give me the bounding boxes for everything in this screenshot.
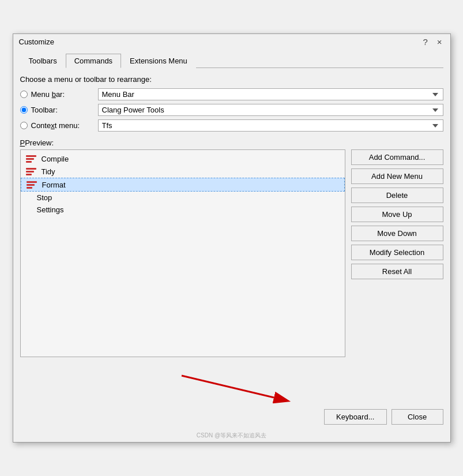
arrow-container (20, 370, 443, 404)
add-command-button[interactable]: Add Command... (351, 149, 443, 165)
radio-row-menu: Menu bar: Menu Bar (20, 88, 443, 100)
dialog-body: Toolbars Commands Extensions Menu Choose… (13, 48, 450, 370)
watermark: CSDN @等风来不如追风去 (13, 432, 450, 442)
tab-bar: Toolbars Commands Extensions Menu (20, 53, 443, 68)
radio-menu[interactable] (20, 91, 28, 98)
title-bar: Customize ? × (13, 34, 450, 48)
list-item-format[interactable]: Format (21, 178, 345, 192)
move-down-button[interactable]: Move Down (351, 226, 443, 241)
close-button[interactable]: Close (392, 409, 443, 425)
radio-context-label: Context menu: (31, 121, 95, 130)
list-item-compile[interactable]: Compile (21, 152, 345, 165)
radio-toolbar[interactable] (20, 106, 28, 114)
action-buttons: Add Command... Add New Menu Delete Move … (351, 149, 443, 357)
preview-label: PPreview: (20, 138, 443, 147)
tab-commands[interactable]: Commands (66, 54, 121, 68)
radio-row-context: Context menu: Tfs (20, 119, 443, 132)
delete-button[interactable]: Delete (351, 188, 443, 203)
tab-toolbars[interactable]: Toolbars (20, 54, 66, 68)
menu-bar-dropdown[interactable]: Menu Bar (98, 88, 443, 100)
keyboard-button[interactable]: Keyboard... (324, 409, 387, 425)
radio-menu-label: Menu bar: (31, 90, 95, 99)
title-bar-controls: ? × (420, 38, 444, 46)
radio-context[interactable] (20, 122, 28, 129)
reset-all-button[interactable]: Reset All (351, 264, 443, 279)
radio-toolbar-label: Toolbar: (31, 106, 95, 114)
format-icon (26, 180, 37, 189)
close-title-button[interactable]: × (435, 38, 445, 46)
help-button[interactable]: ? (420, 38, 430, 46)
toolbar-dropdown[interactable]: Clang Power Tools (98, 104, 443, 116)
tab-extensions-menu[interactable]: Extensions Menu (121, 54, 196, 68)
modify-selection-button[interactable]: Modify Selection (351, 245, 443, 260)
compile-icon (25, 154, 37, 163)
dialog-footer: Keyboard... Close (13, 404, 450, 432)
section-label: Choose a menu or toolbar to rearrange: (20, 75, 443, 84)
list-item-settings[interactable]: Settings (21, 204, 345, 216)
tidy-icon (25, 167, 37, 176)
preview-area: Compile Tidy (20, 149, 443, 357)
list-item-tidy[interactable]: Tidy (21, 165, 345, 178)
move-up-button[interactable]: Move Up (351, 207, 443, 222)
add-new-menu-button[interactable]: Add New Menu (351, 168, 443, 184)
preview-section: PPreview: Compile (20, 138, 443, 357)
dialog-title: Customize (19, 38, 54, 46)
list-item-stop[interactable]: Stop (21, 192, 345, 204)
arrow-annotation (135, 370, 308, 404)
context-menu-dropdown[interactable]: Tfs (98, 119, 443, 132)
radio-group: Menu bar: Menu Bar Toolbar: Clang Power … (20, 88, 443, 132)
customize-dialog: Customize ? × Toolbars Commands Extensio… (13, 33, 451, 443)
preview-list[interactable]: Compile Tidy (20, 149, 345, 357)
radio-row-toolbar: Toolbar: Clang Power Tools (20, 104, 443, 116)
svg-line-1 (182, 376, 274, 398)
